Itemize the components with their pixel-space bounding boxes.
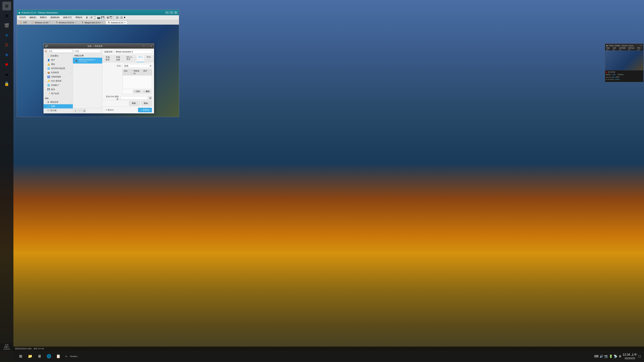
method-select[interactable]: 自动 手动 已停用 [122,64,152,68]
taskbar-icon-edge[interactable]: ⊕ [2,31,11,39]
tray-audio-icon[interactable]: 🔊 [600,355,603,358]
tab-manjaro-close[interactable]: ✕ [102,22,103,23]
taskbar-icon-1[interactable]: 🖥 [2,11,11,20]
sidebar-item-notify[interactable]: 🔔 通知 [44,62,73,66]
sidebar-item-notifications[interactable]: ⚠ 其他通知 [44,54,73,58]
dns-input[interactable] [120,96,148,99]
conn-export-btn[interactable]: ⊙ [82,109,86,113]
sidebar-item-vault[interactable]: 🔑 KDE 密码库 [44,79,73,83]
apply-btn[interactable]: ✓ 应用(A) [138,108,152,112]
tray-display-icon[interactable]: 🖥 [618,355,621,358]
vmware-tab-kubuntu[interactable]: 🐧 Kubuntu-22.10 ✕ [106,20,128,24]
network-settings-chevron-icon: › [71,101,72,103]
sidebar-item-firewall[interactable]: 🛡 防火墙 [44,108,73,113]
tab-kubuntu-close[interactable]: ✕ [124,22,126,23]
vmware-menu: 文件(F) 编辑(E) 查看(V) 虚拟机(M) 选项卡(T) 帮助(H) ⏸ … [17,15,179,20]
conn-add-btn[interactable]: + [74,109,77,113]
conn-tab-general[interactable]: 常规配置 [104,55,114,62]
routes-btn[interactable]: 路由... [141,101,152,106]
tab-arch-close[interactable]: ✕ [75,22,76,23]
obsidian-applet[interactable]: Obsidian... [70,355,79,357]
tray-camera-icon[interactable]: 📷 [604,355,608,358]
vmware-tab-win10[interactable]: 🪟 Windows 10 x64 ✕ [29,20,53,24]
vmware-tab-arch[interactable]: 🐧 Archlinux-23.02.01 ✕ [53,20,79,24]
ip-remove-btn[interactable]: — 删除 [142,90,151,93]
conn-tab-wired[interactable]: 有线连接 [114,55,124,62]
advanced-btn[interactable]: 高级... [129,101,140,106]
vmware-vm-content[interactable]: 🔗 连接 — 系统设置 ? ─ ✕ 🏠 ≡ [17,25,179,117]
menu-file[interactable]: 文件(F) [18,15,28,19]
conn-tab-ipv4[interactable]: IPv4 [136,55,144,62]
vmware-tab-manjaro[interactable]: 🐧 Manjaro-kde-22.0.3 ✕ [79,20,105,24]
vmware-close-btn[interactable]: ✕ [174,11,178,14]
menu-view[interactable]: 查看(V) [38,15,48,19]
tab-win10-close[interactable]: ✕ [50,22,51,23]
bottom-file-manager[interactable]: 📁 [26,353,34,360]
obs-content[interactable] [605,50,643,70]
sidebar-item-network-settings[interactable]: ⚙ 网络设置 › [44,100,73,104]
sidebar-item-accessibility[interactable]: ♿ 无障碍辅助 [44,75,73,79]
dialog-help-btn[interactable]: ? [142,44,145,48]
taskbar-icon-rec[interactable]: ⏺ [2,60,11,69]
nm-applet[interactable]: N... [66,355,68,357]
bottom-browser[interactable]: 🌐 [45,353,53,360]
taskbar-icon-office[interactable]: 🗋 [2,40,11,49]
manjaro-icon: 🐧 [81,21,84,24]
ip-add-btn[interactable]: + 添加 [133,90,141,93]
tray-network-icon[interactable]: ⌨ [594,355,598,358]
taskbar-icon-vmware[interactable]: ◈ [2,50,11,59]
taskbar-icon-lock[interactable]: 🔒 [2,79,11,88]
vmware-minimize-btn[interactable]: ─ [165,11,169,14]
conn-tab-ipv6[interactable]: IPv6 [145,55,152,62]
show-desktop-btn[interactable]: □ [638,354,641,359]
sidebar-item-user[interactable]: 👤 用户 [44,58,73,62]
obs-time-label: 0:03:16 [606,76,611,78]
bottom-terminal[interactable]: 🖥 [36,353,43,360]
taskbar-clock[interactable]: 12:34 上午 2023/2/22 [623,353,637,360]
apps-icon[interactable]: ⊞ [2,2,11,10]
toolbar-pause[interactable]: ⏸ [86,16,88,19]
toolbar-btn4[interactable]: 💾 [101,16,104,19]
toolbar-btn9[interactable]: ⊡ [120,16,122,19]
menu-vm[interactable]: 虚拟机(M) [49,15,61,19]
conn-list-search-input[interactable] [74,50,101,53]
toolbar-btn3[interactable]: 📷 [97,16,100,19]
bottom-task-manager[interactable]: ⊞ [17,353,24,360]
bottom-clipboard[interactable]: 📋 [54,353,62,360]
toolbar-btn5[interactable]: ⊞ [107,16,109,19]
dialog-minimize-btn[interactable]: ─ [146,44,149,48]
taskbar-icon-cloud[interactable]: ☁ [2,70,11,78]
sidebar-item-language[interactable]: 🌐 语言和区域设置 › [44,66,73,70]
taskbar-icon-2[interactable]: 🎬 [2,21,11,30]
obs-minimize-btn[interactable]: ─ [637,44,640,47]
vmware-tab-home[interactable]: 🏠 主页 [18,20,29,24]
conn-name-input[interactable] [114,50,152,54]
reset-btn[interactable]: ↺ 重置(R) [104,108,115,112]
obs-close-btn[interactable]: ✕ [640,44,642,47]
dialog-close-btn[interactable]: ✕ [150,44,152,48]
toolbar-btn2[interactable]: ⌚ [93,16,96,19]
sidebar-item-apps[interactable]: 📦 应用程序 › [44,70,73,75]
settings-search-input[interactable] [48,50,73,53]
vmware-restore-btn[interactable]: □ [170,11,173,14]
sidebar-item-connections[interactable]: 🔗 连接 [44,104,73,108]
conn-list-panel: 有线以太网 🔌 Wired connection 1 Connected [73,49,102,113]
sidebar-item-feedback[interactable]: 📝 用户反馈 [44,91,73,96]
conn-remove-btn[interactable]: − [78,109,82,113]
conn-tab-8021x[interactable]: 802.1x 安全 [124,55,136,62]
toolbar-btn7[interactable]: ⛶ [113,16,116,19]
conn-list-item-wired1[interactable]: 🔌 Wired connection 1 Connected [73,58,102,63]
menu-help[interactable]: 帮助(H) [74,15,84,19]
toolbar-btn6[interactable]: 🗔 [110,16,112,19]
dns-browse-btn[interactable]: ⊡ [149,96,152,100]
tray-battery-icon[interactable]: 🔋 [609,355,613,358]
sidebar-item-backup[interactable]: 💾 备份 [44,87,73,91]
toolbar-btn1[interactable]: ↺ [90,16,92,19]
toolbar-btn8[interactable]: ⊟ [116,16,118,19]
tray-volume-icon[interactable]: 📡 [614,355,617,358]
menu-tab[interactable]: 选项卡(T) [62,15,73,19]
sidebar-item-accounts[interactable]: 🌐 在线账户 [44,83,73,87]
sidebar-home-icon[interactable]: 🏠 [44,50,47,52]
menu-edit[interactable]: 编辑(E) [28,15,38,19]
toolbar-btn10[interactable]: ▼ [123,16,126,19]
